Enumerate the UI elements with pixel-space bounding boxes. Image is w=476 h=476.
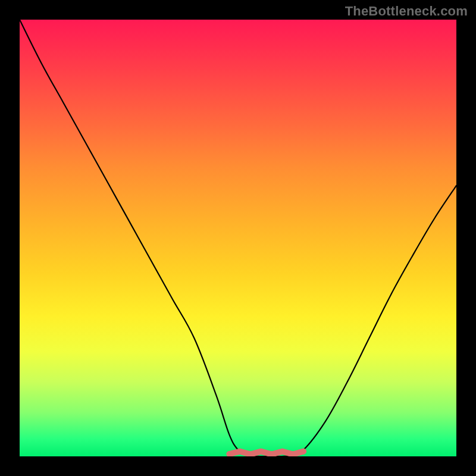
- curve-layer: [20, 20, 456, 456]
- chart-frame: TheBottleneck.com: [0, 0, 476, 476]
- gradient-plot-area: [20, 20, 456, 456]
- attribution-label: TheBottleneck.com: [345, 4, 468, 19]
- bottleneck-curve: [20, 20, 456, 456]
- optimal-band-marker: [229, 452, 303, 455]
